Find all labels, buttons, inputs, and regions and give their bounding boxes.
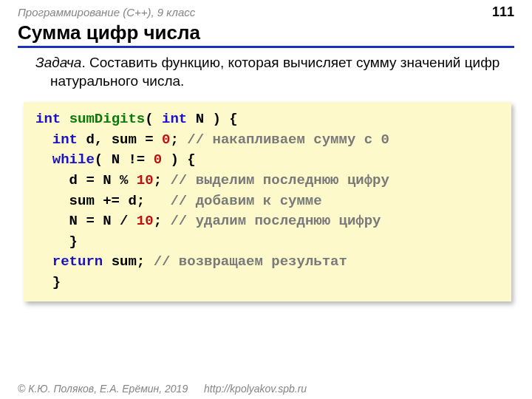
page-title: Сумма цифр числа [0,21,532,46]
comment-l6: // удалим последнюю цифру [170,213,381,229]
kw-return: return [52,253,103,270]
header: Программирование (C++), 9 класс 111 [0,0,532,21]
num-10b: 10 [137,213,154,229]
num-zero-b: 0 [154,151,162,168]
code-block: int sumDigits( int N ) { int d, sum = 0;… [24,102,511,301]
l3-cond1: ( N != [95,151,154,168]
l8-indent [35,253,52,270]
num-10a: 10 [137,172,154,188]
kw-int: int [35,111,61,127]
kw-int-param: int [162,111,187,127]
l3-indent [35,151,52,168]
l4b: ; [154,172,171,188]
l4: d = N % [35,172,137,188]
l2-rest2: ; [170,132,187,148]
sig-rest: N ) { [187,111,237,127]
kw-int-decl: int [52,132,78,148]
fn-name: sumDigits [69,111,146,127]
l2-rest1: d, sum = [78,132,162,148]
comment-l2: // накапливаем сумму с 0 [187,132,389,148]
l6b: ; [154,213,171,229]
footer: © К.Ю. Поляков, Е.А. Ерёмин, 2019 http:/… [0,380,532,399]
l5: sum += d; [35,193,170,209]
l3-cond2: ) { [162,151,196,168]
l2-indent [35,132,52,148]
footer-url: http://kpolyakov.spb.ru [204,383,307,395]
page-number: 111 [492,4,514,20]
l9: } [35,274,61,290]
sig-open: ( [145,111,162,127]
copyright: © К.Ю. Поляков, Е.А. Ерёмин, 2019 [18,383,188,395]
comment-l4: // выделим последнюю цифру [170,172,389,188]
course-label: Программирование (C++), 9 класс [18,6,195,18]
l7: } [35,233,78,250]
comment-l5: // добавим к сумме [170,193,321,209]
l8-rest: sum; [103,253,153,270]
l6: N = N / [35,213,137,229]
comment-l8: // возвращаем результат [154,253,347,270]
task-label: Задача [35,55,81,70]
title-underline [18,46,514,48]
num-zero: 0 [162,132,170,148]
task-body: . Составить функцию, которая вычисляет с… [50,55,499,89]
kw-while: while [52,151,95,168]
task-text: Задача. Составить функцию, которая вычис… [15,54,532,98]
